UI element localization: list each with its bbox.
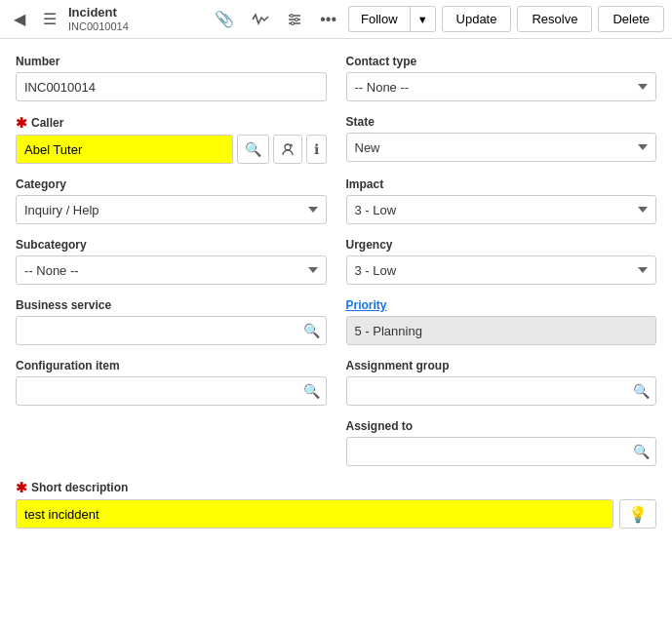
config-item-search-icon[interactable]: 🔍 xyxy=(297,383,326,399)
assigned-to-input[interactable] xyxy=(347,438,628,465)
settings-button[interactable] xyxy=(281,8,308,31)
col-state: State New In Progress On Hold Resolved C… xyxy=(346,115,657,164)
contact-type-label: Contact type xyxy=(346,55,657,68)
business-service-label: Business service xyxy=(16,298,327,312)
col-assignment-group: Assignment group 🔍 xyxy=(346,359,657,406)
col-priority: Priority 5 - Planning xyxy=(346,298,657,345)
assignment-group-label: Assignment group xyxy=(346,359,657,372)
toolbar-title-group: Incident INC0010014 xyxy=(68,5,129,33)
caller-lookup-button[interactable] xyxy=(273,135,302,164)
caller-input-row: 🔍 ℹ xyxy=(16,135,327,164)
assigned-to-field: 🔍 xyxy=(346,437,657,466)
business-service-search-icon[interactable]: 🔍 xyxy=(297,323,326,338)
svg-point-5 xyxy=(292,21,295,24)
lightbulb-button[interactable]: 💡 xyxy=(619,499,656,529)
caller-label: ✱ Caller xyxy=(16,115,327,131)
urgency-select[interactable]: 1 - High 2 - Medium 3 - Low xyxy=(346,255,657,285)
business-service-field: 🔍 xyxy=(16,316,327,345)
record-title: Incident xyxy=(68,5,129,20)
number-label: Number xyxy=(16,55,327,68)
assigned-to-search-icon[interactable]: 🔍 xyxy=(627,444,655,459)
activity-button[interactable] xyxy=(246,9,275,30)
follow-button[interactable]: Follow xyxy=(348,6,410,32)
col-number: Number xyxy=(16,55,327,101)
assignment-group-field: 🔍 xyxy=(346,376,657,406)
follow-dropdown-button[interactable]: ▼ xyxy=(410,6,436,32)
assigned-to-label: Assigned to xyxy=(346,419,657,433)
priority-label: Priority xyxy=(346,298,657,312)
back-button[interactable]: ◀ xyxy=(8,6,31,32)
more-button[interactable]: ••• xyxy=(314,7,342,32)
row-caller-state: ✱ Caller 🔍 ℹ State New In P xyxy=(16,115,656,164)
assignment-group-search-icon[interactable]: 🔍 xyxy=(627,383,655,399)
contact-type-select[interactable]: -- None -- Email Phone Self-service Walk… xyxy=(346,72,657,101)
col-business-service: Business service 🔍 xyxy=(16,298,327,345)
impact-label: Impact xyxy=(346,177,657,191)
row-bizservice-priority: Business service 🔍 Priority 5 - Planning xyxy=(16,298,656,345)
urgency-label: Urgency xyxy=(346,238,657,252)
row-short-description: ✱ Short description 💡 xyxy=(16,480,656,529)
record-number: INC0010014 xyxy=(68,20,129,33)
col-contacttype: Contact type -- None -- Email Phone Self… xyxy=(346,55,657,101)
col-empty xyxy=(16,419,327,466)
config-item-label: Configuration item xyxy=(16,359,327,372)
category-label: Category xyxy=(16,177,327,191)
form-body: Number Contact type -- None -- Email Pho… xyxy=(0,39,672,529)
subcategory-select[interactable]: -- None -- xyxy=(16,255,327,285)
priority-value: 5 - Planning xyxy=(346,316,657,345)
attachment-button[interactable]: 📎 xyxy=(209,6,240,32)
caller-search-button[interactable]: 🔍 xyxy=(237,135,269,164)
assignment-group-input[interactable] xyxy=(347,377,628,405)
category-select[interactable]: -- None -- Inquiry / Help Network Hardwa… xyxy=(16,195,327,224)
update-button[interactable]: Update xyxy=(442,6,512,32)
svg-point-6 xyxy=(285,144,291,150)
short-desc-label: ✱ Short description xyxy=(16,480,656,495)
col-assigned-to: Assigned to 🔍 xyxy=(346,419,657,466)
col-impact: Impact 1 - High 2 - Medium 3 - Low xyxy=(346,177,657,224)
business-service-input[interactable] xyxy=(17,317,297,344)
row-empty-assignedto: Assigned to 🔍 xyxy=(16,419,656,466)
col-urgency: Urgency 1 - High 2 - Medium 3 - Low xyxy=(346,238,657,285)
follow-group: Follow ▼ xyxy=(348,6,435,32)
row-category-impact: Category -- None -- Inquiry / Help Netwo… xyxy=(16,177,656,224)
subcategory-label: Subcategory xyxy=(16,238,327,252)
state-select[interactable]: New In Progress On Hold Resolved Closed … xyxy=(346,133,657,162)
toolbar: ◀ ☰ Incident INC0010014 📎 ••• Follow ▼ U… xyxy=(0,0,672,39)
config-item-field: 🔍 xyxy=(16,376,327,406)
short-desc-input-row: 💡 xyxy=(16,499,656,529)
impact-select[interactable]: 1 - High 2 - Medium 3 - Low xyxy=(346,195,657,224)
caller-info-button[interactable]: ℹ xyxy=(306,135,327,164)
svg-point-4 xyxy=(296,18,298,20)
short-desc-input[interactable] xyxy=(16,499,613,529)
delete-button[interactable]: Delete xyxy=(598,6,664,32)
col-config-item: Configuration item 🔍 xyxy=(16,359,327,406)
row-subcategory-urgency: Subcategory -- None -- Urgency 1 - High … xyxy=(16,238,656,285)
config-item-input[interactable] xyxy=(17,377,297,405)
menu-button[interactable]: ☰ xyxy=(37,6,62,32)
col-caller: ✱ Caller 🔍 ℹ xyxy=(16,115,327,164)
col-subcategory: Subcategory -- None -- xyxy=(16,238,327,285)
caller-input[interactable] xyxy=(16,135,233,164)
row-configitem-assigngroup: Configuration item 🔍 Assignment group 🔍 xyxy=(16,359,656,406)
short-desc-required-star: ✱ xyxy=(16,480,27,495)
col-category: Category -- None -- Inquiry / Help Netwo… xyxy=(16,177,327,224)
row-number-contacttype: Number Contact type -- None -- Email Pho… xyxy=(16,55,656,101)
state-label: State xyxy=(346,115,657,129)
svg-point-3 xyxy=(291,14,294,17)
resolve-button[interactable]: Resolve xyxy=(517,6,592,32)
priority-link[interactable]: Priority xyxy=(346,298,387,312)
number-input[interactable] xyxy=(16,72,327,101)
caller-required-star: ✱ xyxy=(16,115,27,131)
